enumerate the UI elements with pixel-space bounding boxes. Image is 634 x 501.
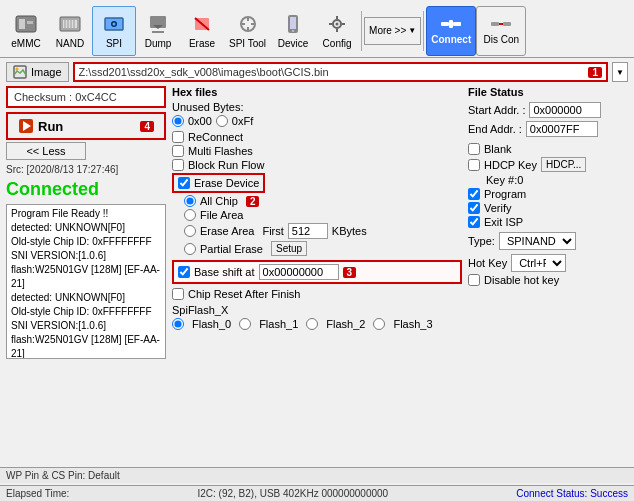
file-area-row: File Area (184, 209, 462, 221)
elapsed-label: Elapsed Time: (6, 488, 69, 499)
image-dropdown-button[interactable]: ▼ (612, 62, 628, 82)
erase-area-radio[interactable] (184, 225, 196, 237)
verify-checkbox[interactable] (468, 202, 480, 214)
start-addr-row: Start Addr. : (468, 102, 628, 118)
erase-device-row: Erase Device (172, 173, 462, 193)
hex-0xFF-radio[interactable] (216, 115, 228, 127)
toolbar-item-spitool[interactable]: SPI Tool (224, 6, 271, 56)
svg-rect-14 (152, 31, 164, 33)
toolbar-item-config[interactable]: Config (315, 6, 359, 56)
toolbar-item-emmc[interactable]: eMMC (4, 6, 48, 56)
hex-0xFF-label: 0xFf (232, 115, 253, 127)
all-chip-radio[interactable] (184, 195, 196, 207)
image-row: Image Z:\ssd201\ssd20x_sdk_v008\images\b… (6, 62, 628, 82)
hex-0x00-radio[interactable] (172, 115, 184, 127)
setup-button[interactable]: Setup (271, 241, 307, 256)
log-area[interactable]: Program File Ready !!detected: UNKNOWN[F… (6, 204, 166, 359)
run-number-badge: 4 (140, 121, 154, 132)
image-path-text: Z:\ssd201\ssd20x_sdk_v008\images\boot\GC… (79, 66, 329, 78)
dropdown-arrow-icon: ▼ (408, 26, 416, 35)
toolbar-separator-2 (423, 11, 424, 51)
more-button[interactable]: More >> ▼ (364, 17, 421, 45)
flash0-label: Flash_0 (192, 318, 231, 330)
block-run-checkbox[interactable] (172, 159, 184, 171)
partial-erase-row: Partial Erase Setup (184, 241, 462, 256)
exit-isp-row: Exit ISP (468, 216, 628, 228)
erase-label: Erase (189, 38, 215, 49)
image-path-box: Z:\ssd201\ssd20x_sdk_v008\images\boot\GC… (73, 62, 608, 82)
end-addr-row: End Addr. : (468, 121, 628, 137)
src-text: Src: [2020/8/13 17:27:46] (6, 164, 118, 175)
checksum-box: Checksum : 0xC4CC (6, 86, 166, 108)
multi-flashes-label: Multi Flashes (188, 145, 253, 157)
flash1-radio[interactable] (239, 318, 251, 330)
config-icon (325, 12, 349, 36)
nand-icon (58, 12, 82, 36)
flash3-radio[interactable] (373, 318, 385, 330)
svg-rect-35 (503, 22, 511, 26)
left-panel: Checksum : 0xC4CC Run 4 << Less Src: [20… (6, 86, 166, 359)
flash2-radio[interactable] (306, 318, 318, 330)
toolbar-item-erase[interactable]: Erase (180, 6, 224, 56)
spitool-label: SPI Tool (229, 38, 266, 49)
flash3-label: Flash_3 (393, 318, 432, 330)
toolbar-item-nand[interactable]: NAND (48, 6, 92, 56)
erase-size-input[interactable] (288, 223, 328, 239)
svg-rect-31 (441, 22, 449, 26)
reconnect-checkbox[interactable] (172, 131, 184, 143)
hdcp-key-label: HDCP Key (484, 159, 537, 171)
exit-isp-checkbox[interactable] (468, 216, 480, 228)
base-shift-checkbox[interactable] (178, 266, 190, 278)
file-status-title: File Status (468, 86, 628, 98)
nand-label: NAND (56, 38, 84, 49)
spiflash-options-row: Flash_0 Flash_1 Flash_2 Flash_3 (172, 318, 462, 330)
flash0-radio[interactable] (172, 318, 184, 330)
base-shift-row: Base shift at 3 (172, 260, 462, 284)
toolbar-item-device[interactable]: Device (271, 6, 315, 56)
svg-rect-23 (290, 17, 296, 29)
spiflash-section: SpiFlash_X Flash_0 Flash_1 Flash_2 Flash… (172, 304, 462, 330)
less-button[interactable]: << Less (6, 142, 86, 160)
blank-label: Blank (484, 143, 512, 155)
all-chip-label: All Chip (200, 195, 238, 207)
status-bar-2: Elapsed Time: I2C: (92, B2), USB 402KHz … (0, 485, 634, 501)
chip-reset-checkbox[interactable] (172, 288, 184, 300)
svg-rect-2 (27, 21, 33, 24)
multi-flashes-checkbox[interactable] (172, 145, 184, 157)
type-select[interactable]: SPINAND SPINOR (499, 232, 576, 250)
base-shift-label: Base shift at (194, 266, 255, 278)
connect-button[interactable]: Connect (426, 6, 476, 56)
blank-checkbox[interactable] (468, 143, 480, 155)
unused-bytes-row: Unused Bytes: (172, 101, 462, 113)
connect-label: Connect (431, 34, 471, 45)
base-shift-badge: 3 (343, 267, 357, 278)
hdcp-button[interactable]: HDCP... (541, 157, 586, 172)
main-content: Image Z:\ssd201\ssd20x_sdk_v008\images\b… (0, 58, 634, 363)
run-button[interactable]: Run 4 (6, 112, 166, 140)
hex-0x00-label: 0x00 (188, 115, 212, 127)
erase-first-label: First (262, 225, 283, 237)
partial-erase-label: Partial Erase (200, 243, 263, 255)
disable-hotkey-checkbox[interactable] (468, 274, 480, 286)
reconnect-label: ReConnect (188, 131, 243, 143)
toolbar-item-dump[interactable]: Dump (136, 6, 180, 56)
disconnect-button[interactable]: Dis Con (476, 6, 526, 56)
toolbar-item-spi[interactable]: SPI (92, 6, 136, 56)
partial-erase-radio[interactable] (184, 243, 196, 255)
erase-unit-label: KBytes (332, 225, 367, 237)
block-run-row: Block Run Flow (172, 159, 462, 171)
more-label: More >> (369, 25, 406, 36)
base-shift-input[interactable] (259, 264, 339, 280)
connect-icon (440, 16, 462, 34)
verify-label: Verify (484, 202, 512, 214)
end-addr-input[interactable] (526, 121, 598, 137)
start-addr-input[interactable] (529, 102, 601, 118)
erase-device-checkbox[interactable] (178, 177, 190, 189)
svg-point-24 (292, 30, 294, 32)
file-area-radio[interactable] (184, 209, 196, 221)
program-label: Program (484, 188, 526, 200)
hdcp-key-checkbox[interactable] (468, 159, 480, 171)
hotkey-select[interactable]: Ctrl+R (511, 254, 566, 272)
hdcp-key-row: HDCP Key HDCP... (468, 157, 628, 172)
program-checkbox[interactable] (468, 188, 480, 200)
